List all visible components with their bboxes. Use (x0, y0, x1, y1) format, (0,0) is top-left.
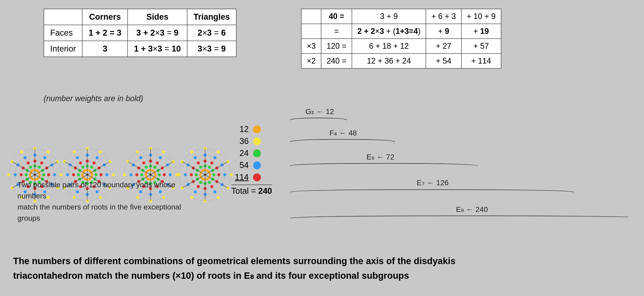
rt-r1c2: 40 = (321, 9, 352, 24)
svg-text:G₂ ← 12: G₂ ← 12 (306, 107, 334, 115)
svg-point-128 (91, 174, 93, 176)
svg-point-42 (38, 166, 41, 169)
svg-point-254 (190, 173, 193, 176)
svg-point-164 (169, 173, 172, 176)
svg-point-18 (43, 156, 46, 159)
svg-point-188 (158, 173, 161, 176)
svg-point-236 (223, 173, 226, 176)
svg-point-86 (60, 173, 62, 176)
rt-r2c5: + 19 (462, 24, 501, 39)
row-faces-label: Faces (44, 25, 82, 41)
svg-point-287 (204, 174, 206, 176)
legend-item-36: 36 (231, 136, 272, 146)
svg-point-100 (76, 156, 79, 159)
caption-line1: Two possible pairs of 120 boundary yods … (18, 179, 192, 201)
svg-point-112 (79, 162, 82, 165)
svg-point-64 (31, 169, 34, 172)
svg-point-150 (162, 151, 165, 154)
legend-dot-12 (253, 125, 261, 133)
rt-r1c1 (301, 9, 321, 24)
svg-point-16 (20, 151, 23, 154)
right-table-container: 40 = 3 + 9 + 6 + 3 + 10 + 9 = 2 + 2×3 + … (301, 9, 501, 69)
svg-text:E₇ ← 126: E₇ ← 126 (417, 179, 448, 187)
svg-point-215 (150, 174, 152, 176)
svg-point-40 (26, 162, 30, 165)
svg-point-122 (77, 173, 80, 176)
svg-text:E₈ ← 240: E₈ ← 240 (456, 205, 488, 213)
brace-area: G₂ ← 12 F₄ ← 48 E₆ ← 72 E₇ ← 126 E₈ ← 24… (279, 107, 628, 260)
bottom-line2: triacontahedron match the numbers (×10) … (13, 268, 631, 283)
svg-point-80 (112, 173, 115, 176)
legend-dot-54 (253, 162, 261, 169)
svg-point-238 (213, 190, 216, 193)
svg-point-88 (73, 151, 76, 154)
svg-point-102 (92, 162, 96, 165)
svg-point-184 (142, 162, 145, 165)
legend-number-54: 54 (231, 161, 249, 170)
svg-point-222 (217, 151, 220, 154)
rt-r2c1 (301, 24, 321, 39)
legend-item-114: 114 (231, 173, 272, 182)
legend-dot-36 (253, 137, 261, 145)
svg-point-250 (210, 185, 213, 188)
rt-r4c2: 240 = (321, 54, 352, 68)
svg-point-174 (156, 162, 159, 165)
svg-point-244 (194, 156, 197, 159)
svg-point-92 (105, 173, 108, 176)
svg-point-14 (7, 173, 10, 176)
diagrams-svg (6, 107, 238, 247)
svg-point-44 (42, 173, 45, 176)
svg-point-30 (40, 162, 43, 165)
svg-point-268 (199, 166, 202, 169)
legend-item-54: 54 (231, 161, 272, 170)
svg-point-6 (46, 151, 50, 154)
faces-triangles: 2×3 = 6 (187, 25, 236, 41)
caption-line2: match the numbers of roots in the five e… (18, 201, 192, 224)
rt-r3c4: + 27 (426, 39, 461, 54)
svg-point-26 (14, 173, 17, 176)
legend-area: 12 36 24 54 114 Total = 240 (231, 124, 272, 196)
svg-point-242 (184, 173, 187, 176)
svg-point-194 (140, 173, 143, 176)
svg-point-280 (201, 169, 204, 172)
svg-point-176 (163, 173, 166, 176)
svg-point-182 (135, 173, 138, 176)
svg-point-116 (94, 173, 98, 176)
bottom-text: The numbers of different combinations of… (13, 254, 631, 283)
interior-triangles: 3×3 = 9 (187, 41, 236, 57)
svg-point-104 (100, 173, 102, 176)
svg-point-162 (159, 156, 162, 159)
svg-point-98 (66, 173, 69, 176)
svg-point-170 (129, 173, 132, 176)
faces-corners: 1 + 2 = 3 (82, 25, 128, 41)
svg-point-62 (29, 174, 32, 176)
svg-point-246 (210, 162, 213, 165)
svg-point-52 (29, 166, 32, 169)
svg-point-28 (24, 156, 26, 159)
bottom-line1: The numbers of different combinations of… (13, 254, 631, 268)
rt-r4c4: + 54 (426, 54, 461, 68)
svg-point-32 (47, 173, 50, 176)
legend-number-36: 36 (231, 136, 249, 146)
svg-point-232 (190, 151, 194, 154)
svg-point-226 (217, 196, 220, 199)
svg-text:E₆ ← 72: E₆ ← 72 (366, 153, 394, 161)
rt-r3c3: 6 + 18 + 12 (352, 39, 426, 54)
svg-point-264 (199, 181, 202, 184)
rt-r2c2: = (321, 24, 352, 39)
svg-point-143 (86, 174, 88, 176)
svg-point-260 (212, 173, 215, 176)
left-table-container: Corners Sides Triangles Faces 1 + 2 = 3 … (44, 9, 236, 57)
svg-point-78 (99, 151, 102, 154)
rt-r2c3: 2 + 2×3 + (1+3=4) (352, 24, 426, 39)
header-triangles: Triangles (187, 9, 236, 25)
legend-item-12: 12 (231, 124, 272, 134)
svg-point-20 (53, 173, 56, 176)
svg-point-196 (145, 166, 148, 169)
svg-point-110 (72, 173, 75, 176)
svg-point-71 (34, 174, 36, 176)
svg-point-206 (144, 174, 147, 176)
svg-point-272 (208, 174, 211, 176)
legend-dot-24 (253, 150, 261, 157)
svg-point-248 (217, 173, 220, 176)
